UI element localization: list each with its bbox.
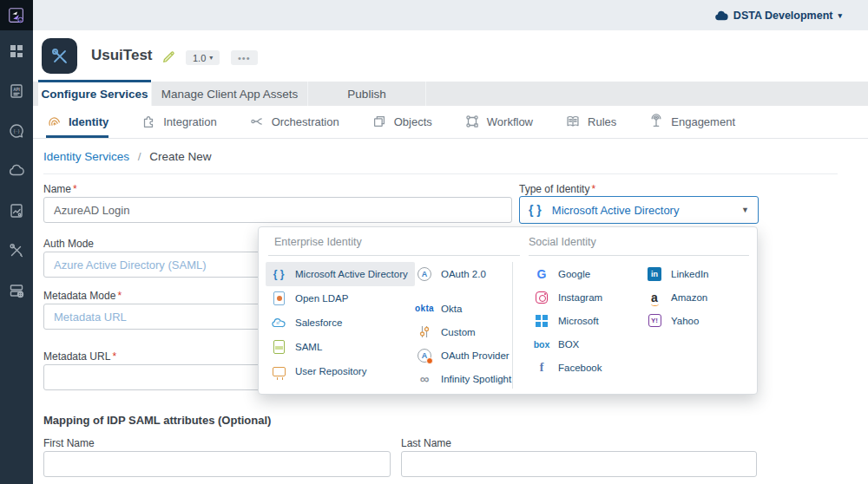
tab-engagement[interactable]: Engagement: [648, 106, 735, 138]
tab-label: Identity: [69, 115, 108, 128]
oauth-provider-icon: A: [415, 348, 434, 363]
name-label: Name*: [43, 183, 77, 195]
app-avatar: [42, 38, 77, 74]
tab-publish[interactable]: Publish: [307, 82, 425, 106]
type-of-identity-label: Type of Identity*: [519, 183, 595, 195]
divider: [43, 173, 838, 174]
social-identity-header: Social Identity: [529, 236, 596, 248]
option-google[interactable]: G Google: [529, 262, 638, 285]
salesforce-cloud-icon: sf: [269, 315, 288, 330]
microsoft-icon: [532, 313, 551, 329]
chat-bubble-icon[interactable]: {··}: [8, 122, 25, 140]
analytics-doc-icon[interactable]: [8, 202, 25, 219]
breadcrumb-separator: /: [138, 150, 141, 163]
required-marker: *: [117, 290, 122, 302]
tab-label: Orchestration: [272, 115, 339, 128]
saml-doc-icon: [269, 339, 288, 355]
antenna-icon: [648, 114, 664, 129]
service-tab-bar: Identity Integration Orchestration Objec…: [33, 106, 868, 139]
tab-label: Objects: [394, 115, 432, 128]
option-infinity-spotlight[interactable]: ∞ Infinity Spotlight: [411, 367, 512, 390]
tab-label: Workflow: [487, 115, 533, 128]
logo-icon: o: [7, 6, 26, 25]
option-custom[interactable]: Custom: [411, 320, 512, 343]
account-label: DSTA Development: [733, 10, 833, 22]
tab-integration[interactable]: Integration: [141, 106, 216, 138]
svg-text:API: API: [13, 88, 20, 92]
option-amazon[interactable]: a Amazon: [641, 285, 749, 309]
pencil-icon[interactable]: [161, 49, 177, 64]
facebook-icon: f: [532, 360, 551, 376]
more-options-button[interactable]: •••: [231, 50, 258, 65]
box-logo-icon: box: [532, 337, 551, 352]
tab-configure-services[interactable]: Configure Services: [38, 80, 151, 106]
breadcrumb-identity-services[interactable]: Identity Services: [43, 150, 129, 163]
version-label: 1.0: [193, 53, 206, 63]
option-salesforce[interactable]: sf Salesforce: [266, 311, 415, 335]
content-area: Identity Services / Create New Name* Typ…: [33, 139, 868, 484]
chevron-down-icon: ▼: [741, 206, 749, 214]
yahoo-icon: Y!: [645, 313, 664, 329]
divider: [529, 255, 749, 256]
branch-icon: [249, 114, 265, 129]
option-facebook[interactable]: f Facebook: [529, 356, 638, 379]
first-name-input[interactable]: [43, 451, 391, 477]
ldap-doc-icon: [269, 291, 288, 306]
product-logo[interactable]: o: [0, 0, 33, 30]
breadcrumb: Identity Services / Create New: [43, 150, 212, 163]
main-tab-bar: Configure Services Manage Client App Ass…: [33, 82, 868, 106]
puzzle-icon: [141, 114, 156, 129]
tab-workflow[interactable]: Workflow: [464, 106, 533, 138]
tab-rules[interactable]: Rules: [565, 106, 616, 138]
option-box[interactable]: box BOX: [529, 332, 638, 356]
chevron-down-icon: ▾: [838, 11, 842, 20]
last-name-label: Last Name: [401, 437, 451, 449]
option-saml[interactable]: SAML: [266, 335, 415, 359]
metadata-mode-label: Metadata Mode*: [43, 290, 122, 302]
required-marker: *: [73, 183, 77, 195]
social-column-2: in LinkedIn a Amazon Y! Yahoo: [641, 262, 749, 332]
crossed-tools-icon: [49, 46, 70, 67]
server-icon[interactable]: [8, 282, 25, 299]
option-oauth-provider[interactable]: A OAuth Provider: [411, 343, 512, 367]
option-okta[interactable]: okta Okta: [411, 297, 512, 320]
required-marker: *: [112, 350, 116, 363]
tab-identity[interactable]: Identity: [46, 106, 108, 138]
nodes-icon: [464, 114, 480, 129]
metadata-url-label: Metadata URL*: [43, 350, 116, 363]
squares-icon: [372, 114, 387, 129]
monitor-icon: [269, 363, 288, 379]
name-input[interactable]: [43, 197, 512, 223]
api-doc-icon[interactable]: API: [8, 82, 25, 100]
social-column-1: G Google Instagram Microsoft box BOX f: [529, 262, 638, 379]
oauth-circle-icon: A: [415, 266, 434, 282]
tab-bar-filler: [425, 82, 868, 106]
option-user-repository[interactable]: User Repository: [266, 359, 415, 383]
option-microsoft[interactable]: Microsoft: [529, 309, 638, 332]
version-dropdown[interactable]: 1.0 ▾: [186, 50, 220, 65]
cloud-icon[interactable]: [8, 162, 25, 180]
type-of-identity-select[interactable]: { } Microsoft Active Directory ▼: [519, 196, 759, 224]
auth-mode-label: Auth Mode: [43, 238, 94, 250]
book-icon: [565, 114, 581, 129]
tools-icon[interactable]: [8, 242, 25, 259]
option-yahoo[interactable]: Y! Yahoo: [641, 309, 749, 332]
option-instagram[interactable]: Instagram: [529, 285, 638, 309]
option-linkedin[interactable]: in LinkedIn: [641, 262, 749, 285]
option-open-ldap[interactable]: Open LDAP: [266, 286, 415, 311]
required-marker: *: [591, 183, 595, 195]
last-name-input[interactable]: [401, 451, 757, 477]
tab-objects[interactable]: Objects: [372, 106, 432, 138]
google-icon: G: [532, 266, 551, 282]
svg-text:sf: sf: [276, 321, 279, 325]
mapping-section-heading: Mapping of IDP SAML attributes (Optional…: [43, 414, 271, 427]
tab-manage-client-app-assets[interactable]: Manage Client App Assets: [151, 82, 307, 106]
enterprise-identity-header: Enterprise Identity: [274, 236, 362, 248]
option-microsoft-active-directory[interactable]: { } Microsoft Active Directory: [266, 262, 415, 286]
svg-text:{··}: {··}: [14, 128, 20, 134]
option-oauth-2-0[interactable]: A OAuth 2.0: [411, 262, 512, 285]
tab-orchestration[interactable]: Orchestration: [249, 106, 339, 138]
apps-grid-icon[interactable]: [8, 43, 25, 60]
account-menu[interactable]: DSTA Development ▾: [714, 0, 842, 30]
tab-label: Rules: [588, 115, 616, 128]
